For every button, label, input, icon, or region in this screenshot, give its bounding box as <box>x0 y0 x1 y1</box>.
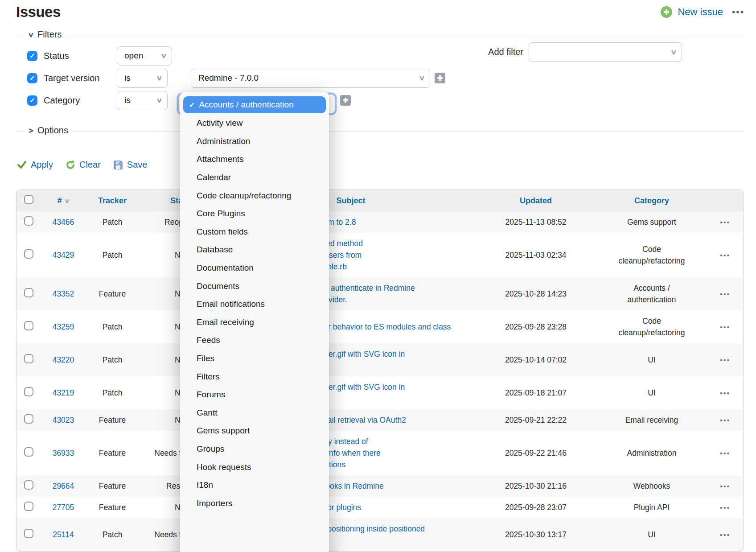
table-row: 43023FeatureNewSupport IMAP email retrie… <box>16 409 743 431</box>
dropdown-option[interactable]: Files <box>180 350 329 368</box>
issue-id-link[interactable]: 43023 <box>41 416 86 425</box>
row-actions-button[interactable]: ••• <box>707 323 743 331</box>
target-version-value-select[interactable]: Redmine - 7.0.0 ∨ <box>191 69 430 88</box>
row-checkbox-cell[interactable] <box>16 354 41 366</box>
status-filter-checkbox[interactable]: ✓ <box>27 51 37 61</box>
row-actions-button[interactable]: ••• <box>707 531 743 539</box>
row-actions-button[interactable]: ••• <box>707 449 743 457</box>
header-actions: New issue ••• <box>661 6 744 18</box>
add-filter-select[interactable]: ∨ <box>529 42 682 62</box>
row-actions-button[interactable]: ••• <box>707 416 743 424</box>
column-header-tracker[interactable]: Tracker <box>86 196 139 206</box>
category-filter-checkbox[interactable]: ✓ <box>27 95 37 106</box>
row-checkbox[interactable] <box>24 354 33 363</box>
save-button[interactable]: Save <box>113 160 148 170</box>
row-actions-button[interactable]: ••• <box>707 482 743 490</box>
issue-id-link[interactable]: 43219 <box>41 388 86 398</box>
issue-id-link[interactable]: 29664 <box>41 482 86 491</box>
row-checkbox-cell[interactable] <box>16 529 41 540</box>
row-actions-button[interactable]: ••• <box>707 356 743 364</box>
row-checkbox-cell[interactable] <box>16 447 41 459</box>
add-value-button[interactable] <box>340 95 351 106</box>
row-checkbox[interactable] <box>24 216 33 226</box>
issue-id-link[interactable]: 25114 <box>41 530 86 540</box>
row-checkbox-cell[interactable] <box>16 387 41 399</box>
dropdown-option-label: I18n <box>197 480 213 490</box>
dropdown-option[interactable]: Filters <box>180 367 329 386</box>
issue-id-link[interactable]: 43466 <box>41 218 86 227</box>
dropdown-option[interactable]: Documentation <box>180 259 329 277</box>
filter-row-target-version: ✓ Target version is ∨ Redmine - 7.0.0 ∨ <box>16 68 744 88</box>
dropdown-option[interactable]: Email receiving <box>180 313 329 332</box>
column-header-updated[interactable]: Updated <box>476 196 596 206</box>
row-actions-button[interactable]: ••• <box>707 218 743 226</box>
row-checkbox-cell[interactable] <box>16 502 41 513</box>
status-operator-select[interactable]: open ∨ <box>117 46 172 66</box>
issue-id-link[interactable]: 36933 <box>41 449 86 458</box>
row-checkbox[interactable] <box>24 414 33 424</box>
filters-legend-toggle[interactable]: ∨ Filters <box>24 29 66 40</box>
dropdown-option[interactable]: Feeds <box>180 331 329 350</box>
row-checkbox[interactable] <box>24 321 33 330</box>
row-checkbox[interactable] <box>24 447 33 457</box>
dropdown-option[interactable]: Activity view <box>180 114 329 132</box>
row-checkbox-cell[interactable] <box>16 288 41 300</box>
row-actions-button[interactable]: ••• <box>707 251 743 259</box>
row-checkbox[interactable] <box>24 387 33 396</box>
dropdown-option[interactable]: Email notifications <box>180 295 329 313</box>
issue-id-link[interactable]: 43220 <box>41 355 86 365</box>
dropdown-option[interactable]: Importers <box>180 494 329 512</box>
dropdown-option-label: Activity view <box>197 118 242 128</box>
dropdown-option[interactable]: Code cleanup/refactoring <box>180 186 329 205</box>
dropdown-option[interactable]: Attachments <box>180 150 329 169</box>
issue-id-link[interactable]: 43259 <box>41 322 86 332</box>
issue-id-link[interactable]: 43429 <box>41 251 86 260</box>
issue-id-link[interactable]: 43352 <box>41 289 86 299</box>
row-checkbox-cell[interactable] <box>16 249 41 261</box>
row-checkbox-cell[interactable] <box>16 480 41 492</box>
add-value-button[interactable] <box>435 73 445 83</box>
options-legend-toggle[interactable]: ∨ Options <box>24 125 73 136</box>
dropdown-option[interactable]: Forums <box>180 386 329 404</box>
row-checkbox[interactable] <box>24 480 33 490</box>
dropdown-option-label: Database <box>197 245 233 255</box>
dropdown-option[interactable]: Administration <box>180 132 329 151</box>
issue-id-link[interactable]: 27705 <box>41 503 86 512</box>
column-header-category[interactable]: Category <box>596 196 707 206</box>
select-all-checkbox[interactable] <box>24 195 33 204</box>
dropdown-option-label: Email notifications <box>197 299 265 309</box>
row-actions-button[interactable]: ••• <box>707 389 743 397</box>
row-checkbox-cell[interactable] <box>16 216 41 228</box>
category-cell: UI <box>596 387 707 399</box>
apply-button[interactable]: Apply <box>17 160 53 170</box>
row-checkbox-cell[interactable] <box>16 321 41 333</box>
row-checkbox[interactable] <box>24 249 33 259</box>
clear-button[interactable]: Clear <box>66 160 101 170</box>
table-row: 43220PatchNewReplace ajax-loader.gif wit… <box>16 343 743 376</box>
select-all-checkbox-cell[interactable] <box>16 195 41 206</box>
dropdown-option-selected[interactable]: ✓Accounts / authentication <box>183 96 326 113</box>
dropdown-option[interactable]: Database <box>180 241 329 259</box>
dropdown-option[interactable]: Groups <box>180 440 329 458</box>
target-version-filter-checkbox[interactable]: ✓ <box>27 73 37 83</box>
dropdown-option[interactable]: I18n <box>180 476 329 494</box>
dropdown-option[interactable]: Gems support <box>180 422 329 440</box>
row-checkbox[interactable] <box>24 288 33 297</box>
updated-cell: 2025-10-28 14:23 <box>476 289 596 299</box>
dropdown-option[interactable]: Hook requests <box>180 458 329 476</box>
dropdown-option[interactable]: Documents <box>180 277 329 295</box>
column-header-id[interactable]: # ∨ <box>41 196 86 206</box>
target-version-operator-select[interactable]: is ∨ <box>117 69 168 88</box>
new-issue-button[interactable]: New issue <box>678 6 723 18</box>
dropdown-option[interactable]: Gantt <box>180 404 329 422</box>
row-actions-button[interactable]: ••• <box>707 504 743 511</box>
row-checkbox-cell[interactable] <box>16 414 41 426</box>
dropdown-option[interactable]: Custom fields <box>180 223 329 241</box>
row-actions-button[interactable]: ••• <box>707 290 743 298</box>
dropdown-option[interactable]: Core Plugins <box>180 205 329 223</box>
dropdown-option[interactable]: Calendar <box>180 169 329 187</box>
header-more-button[interactable]: ••• <box>732 7 744 17</box>
row-checkbox[interactable] <box>24 529 33 538</box>
row-checkbox[interactable] <box>24 502 33 511</box>
category-operator-select[interactable]: is ∨ <box>117 91 168 110</box>
